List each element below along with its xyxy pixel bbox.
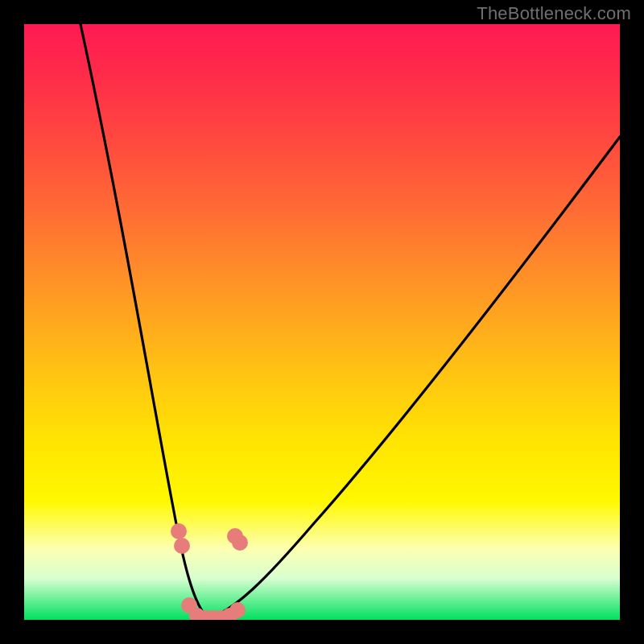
chart-frame: TheBottleneck.com (0, 0, 644, 644)
watermark-label: TheBottleneck.com (477, 3, 631, 24)
marker-dot (174, 538, 190, 554)
marker-dot (232, 535, 248, 551)
curve-layer (24, 24, 620, 620)
bottleneck-curve-left (80, 24, 208, 618)
plot-area (24, 24, 620, 620)
marker-group (171, 523, 248, 620)
marker-dot (171, 523, 187, 539)
marker-dot (229, 602, 246, 618)
bottleneck-curve-right (208, 137, 620, 618)
